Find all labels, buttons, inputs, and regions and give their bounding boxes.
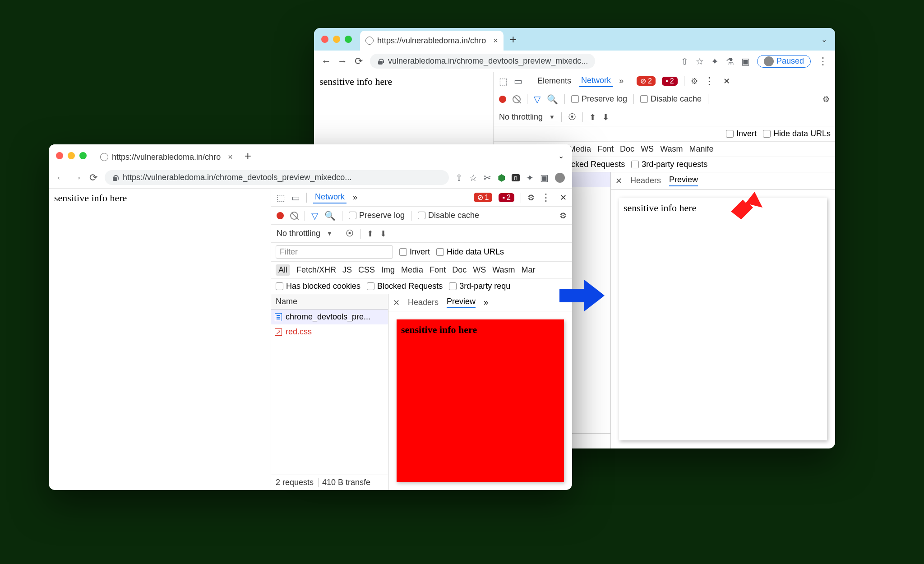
close-dot[interactable]	[56, 152, 63, 159]
headers-tab[interactable]: Headers	[630, 176, 661, 185]
download-har-icon[interactable]: ⬇	[380, 229, 387, 239]
extensions-icon[interactable]: ✦	[711, 56, 719, 67]
filter-fetch[interactable]: Fetch/XHR	[296, 265, 336, 275]
settings-icon[interactable]: ⚙	[691, 76, 698, 86]
inspect-icon[interactable]: ⬚	[277, 192, 285, 203]
extensions-icon[interactable]: ✦	[526, 172, 534, 183]
throttling-select[interactable]: No throttling	[499, 112, 543, 122]
tabs-more-icon[interactable]: »	[353, 193, 357, 202]
labs-icon[interactable]: ⚗	[726, 56, 734, 67]
min-dot[interactable]	[68, 152, 75, 159]
third-party-checkbox[interactable]: 3rd-party requests	[631, 160, 707, 169]
filter-icon[interactable]: ▽	[534, 94, 541, 105]
disable-cache-checkbox[interactable]: Disable cache	[418, 211, 479, 220]
tabs-more-icon[interactable]: »	[619, 76, 624, 86]
star-icon[interactable]: ☆	[469, 172, 477, 183]
detail-close-icon[interactable]: ✕	[615, 176, 622, 186]
filter-mar[interactable]: Mar	[522, 265, 536, 275]
filter-font[interactable]: Font	[597, 144, 614, 154]
third-party-checkbox[interactable]: 3rd-party requ	[449, 282, 510, 291]
back-button[interactable]: ←	[321, 55, 331, 67]
inspect-icon[interactable]: ⬚	[499, 76, 508, 87]
upload-har-icon[interactable]: ⬆	[589, 112, 596, 122]
filter-media[interactable]: Media	[569, 144, 591, 154]
invert-checkbox[interactable]: Invert	[726, 129, 757, 139]
network-settings-icon[interactable]: ⚙	[822, 94, 830, 104]
ext-icon-n[interactable]: n	[512, 174, 520, 181]
blocked-cookies-checkbox[interactable]: Has blocked cookies	[276, 282, 360, 291]
filter-icon[interactable]: ▽	[311, 210, 318, 221]
request-row[interactable]: chrome_devtools_pre...	[271, 310, 388, 324]
new-tab-button[interactable]: +	[510, 32, 517, 46]
clear-button[interactable]	[290, 212, 298, 220]
panel-icon[interactable]: ▣	[540, 172, 549, 183]
max-dot[interactable]	[345, 36, 352, 43]
avatar-icon[interactable]	[555, 173, 565, 183]
scissors-icon[interactable]: ✂	[484, 172, 491, 183]
max-dot[interactable]	[79, 152, 87, 159]
search-icon[interactable]: 🔍	[547, 94, 558, 105]
close-dot[interactable]	[321, 36, 328, 43]
throttling-select[interactable]: No throttling	[277, 229, 320, 238]
tab-elements[interactable]: Elements	[536, 75, 573, 87]
filter-input[interactable]: Filter	[276, 245, 393, 259]
blocked-requests-checkbox[interactable]: Blocked Requests	[367, 282, 443, 291]
forward-button[interactable]: →	[72, 172, 82, 184]
device-icon[interactable]: ▭	[514, 76, 522, 87]
hide-urls-checkbox[interactable]: Hide data URLs	[763, 129, 831, 139]
new-tab-button[interactable]: +	[245, 149, 251, 163]
network-conditions-icon[interactable]: ⦿	[346, 229, 354, 238]
preserve-log-checkbox[interactable]: Preserve log	[571, 94, 627, 104]
network-conditions-icon[interactable]: ⦿	[568, 112, 576, 122]
back-button[interactable]: ←	[56, 172, 66, 184]
filter-ws[interactable]: WS	[641, 144, 654, 154]
upload-har-icon[interactable]: ⬆	[367, 229, 374, 239]
filter-doc[interactable]: Doc	[452, 265, 467, 275]
share-icon[interactable]: ⇧	[681, 56, 688, 67]
browser-tab[interactable]: https://vulnerabledoma.in/chro ×	[360, 31, 504, 51]
filter-ws[interactable]: WS	[473, 265, 486, 275]
download-har-icon[interactable]: ⬇	[602, 112, 609, 122]
share-icon[interactable]: ⇧	[455, 172, 463, 183]
filter-doc[interactable]: Doc	[620, 144, 634, 154]
filter-media[interactable]: Media	[401, 265, 423, 275]
error-badge[interactable]: ⊘ 2	[637, 76, 656, 86]
network-settings-icon[interactable]: ⚙	[559, 211, 567, 221]
issue-badge[interactable]: ▪ 2	[662, 77, 678, 86]
clear-button[interactable]	[513, 95, 521, 103]
request-row[interactable]: ↗ red.css	[271, 324, 388, 339]
preview-tab[interactable]: Preview	[669, 175, 698, 186]
preview-tab[interactable]: Preview	[447, 297, 476, 308]
error-badge[interactable]: ⊘ 1	[474, 193, 493, 202]
filter-all[interactable]: All	[276, 264, 290, 276]
tab-close-icon[interactable]: ×	[228, 153, 233, 162]
traffic-lights[interactable]	[321, 36, 352, 43]
preserve-log-checkbox[interactable]: Preserve log	[349, 211, 405, 220]
traffic-lights[interactable]	[56, 152, 87, 159]
ext-icon-1[interactable]: ⬢	[498, 172, 505, 183]
headers-tab[interactable]: Headers	[408, 298, 439, 307]
reload-button[interactable]: ⟳	[354, 55, 364, 67]
search-icon[interactable]: 🔍	[324, 210, 336, 221]
filter-font[interactable]: Font	[430, 265, 446, 275]
settings-icon[interactable]: ⚙	[527, 193, 535, 203]
profile-paused[interactable]: Paused	[757, 55, 811, 68]
filter-wasm[interactable]: Wasm	[660, 144, 683, 154]
filter-wasm[interactable]: Wasm	[492, 265, 515, 275]
reload-button[interactable]: ⟳	[88, 172, 98, 184]
device-icon[interactable]: ▭	[291, 192, 300, 203]
detail-more-icon[interactable]: »	[484, 298, 488, 307]
hide-urls-checkbox[interactable]: Hide data URLs	[436, 247, 504, 257]
devtools-close-icon[interactable]: ✕	[560, 193, 567, 203]
tab-network[interactable]: Network	[313, 191, 346, 203]
disable-cache-checkbox[interactable]: Disable cache	[640, 94, 702, 104]
address-bar[interactable]: vulnerabledoma.in/chrome_devtools_previe…	[370, 54, 595, 69]
issue-badge[interactable]: ▪ 2	[499, 193, 514, 202]
tab-network[interactable]: Network	[579, 75, 613, 87]
invert-checkbox[interactable]: Invert	[399, 247, 430, 257]
tabs-overflow-icon[interactable]: ⌄	[821, 35, 827, 44]
detail-close-icon[interactable]: ✕	[393, 298, 400, 308]
filter-img[interactable]: Img	[381, 265, 395, 275]
panel-icon[interactable]: ▣	[741, 56, 750, 67]
tab-close-icon[interactable]: ×	[493, 36, 498, 46]
